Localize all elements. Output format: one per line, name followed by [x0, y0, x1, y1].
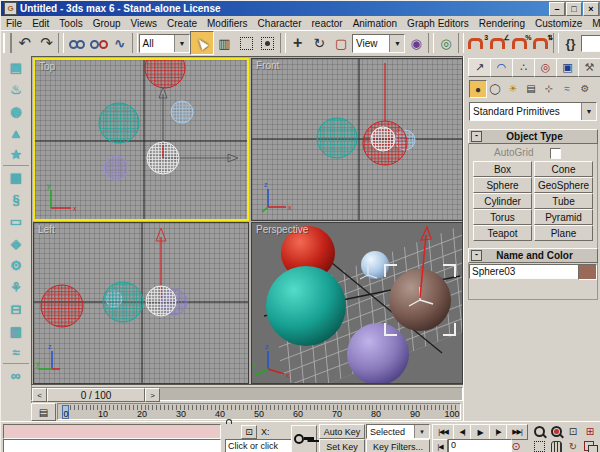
- menu-reactor[interactable]: reactor: [307, 17, 348, 30]
- object-type-box-button[interactable]: Box: [473, 161, 532, 177]
- plant-object-icon[interactable]: ⚘: [3, 276, 29, 298]
- min-max-toggle-icon[interactable]: [582, 439, 598, 452]
- menu-views[interactable]: Views: [126, 17, 163, 30]
- select-and-scale-icon[interactable]: ▢: [330, 32, 352, 54]
- dropdown-arrow-icon[interactable]: ▼: [174, 35, 189, 52]
- box-object-icon[interactable]: ▣: [3, 56, 29, 78]
- category-spacewarps-icon[interactable]: ≈: [559, 80, 575, 96]
- gear-object-icon[interactable]: ⚙: [3, 254, 29, 276]
- tab-hierarchy[interactable]: ∴: [512, 58, 535, 77]
- menu-character[interactable]: Character: [253, 17, 307, 30]
- time-slider-handle[interactable]: 0 / 100: [47, 388, 145, 402]
- object-type-cone-button[interactable]: Cone: [534, 161, 593, 177]
- collapse-icon[interactable]: -: [471, 250, 482, 261]
- menu-modifiers[interactable]: Modifiers: [202, 17, 253, 30]
- object-type-sphere-button[interactable]: Sphere: [473, 177, 532, 193]
- prism-object-icon[interactable]: ◈: [3, 232, 29, 254]
- dropdown-arrow-icon[interactable]: ▼: [389, 35, 404, 52]
- object-type-torus-button[interactable]: Torus: [473, 209, 532, 225]
- category-lights-icon[interactable]: ☀: [505, 80, 521, 96]
- time-slider-next-icon[interactable]: >: [145, 388, 160, 402]
- sphere-teal-shaded[interactable]: [266, 266, 346, 346]
- time-configuration-icon[interactable]: ⊙: [508, 439, 524, 452]
- current-frame-field[interactable]: 0: [448, 439, 512, 452]
- snap-toggle-3d-icon[interactable]: 3: [465, 32, 487, 54]
- viewport-top-label[interactable]: Top: [39, 61, 55, 72]
- rectangular-selection-region-icon[interactable]: [235, 32, 257, 54]
- spring-object-icon[interactable]: §: [3, 188, 29, 210]
- toolbar-grip[interactable]: [3, 33, 12, 53]
- sphere-teal-left[interactable]: [103, 282, 143, 322]
- dropdown-arrow-icon[interactable]: ▼: [581, 103, 596, 120]
- zoom-icon[interactable]: [531, 424, 547, 439]
- stairs-object-icon[interactable]: ▦: [3, 320, 29, 342]
- menu-tools[interactable]: Tools: [54, 17, 87, 30]
- primitives-dropdown[interactable]: Standard Primitives ▼: [469, 102, 597, 121]
- waves-object-icon[interactable]: ≈: [3, 342, 29, 364]
- status-line-field[interactable]: [3, 439, 221, 452]
- viewport-left-label[interactable]: Left: [38, 224, 55, 235]
- object-type-geosphere-button[interactable]: GeoSphere: [534, 177, 593, 193]
- viewport-left-canvas[interactable]: z y: [34, 223, 248, 383]
- object-type-rollout-header[interactable]: - Object Type: [468, 129, 598, 144]
- viewport-perspective-label[interactable]: Perspective: [256, 224, 308, 235]
- collapse-icon[interactable]: -: [471, 131, 482, 142]
- category-helpers-icon[interactable]: ⊹: [541, 80, 557, 96]
- menu-edit[interactable]: Edit: [27, 17, 54, 30]
- sphere-teal-front[interactable]: [317, 118, 357, 158]
- tab-modify[interactable]: ◠: [490, 58, 513, 77]
- sphere-blue-top[interactable]: [171, 101, 193, 123]
- key-filters-button[interactable]: Key Filters...: [366, 439, 430, 452]
- sphere-purple-shaded[interactable]: [347, 323, 409, 383]
- menu-customize[interactable]: Customize: [530, 17, 587, 30]
- maxscript-mini-listener[interactable]: [3, 424, 221, 439]
- set-key-button[interactable]: Set Key: [319, 439, 365, 452]
- checker-object-icon[interactable]: ▩: [3, 166, 29, 188]
- named-selection-sets-icon[interactable]: {}: [560, 32, 582, 54]
- selection-set-dropdown[interactable]: Selected ▼: [366, 424, 430, 439]
- tab-create[interactable]: ↗: [468, 58, 491, 77]
- cone-object-icon[interactable]: ▲: [3, 122, 29, 144]
- viewport-left[interactable]: Left z y: [33, 222, 249, 384]
- star-object-icon[interactable]: ★: [3, 144, 29, 166]
- minimize-button[interactable]: –: [549, 2, 565, 16]
- window-crossing-toggle-icon[interactable]: [257, 32, 279, 54]
- menu-file[interactable]: File: [1, 17, 27, 30]
- select-object-button[interactable]: [190, 31, 214, 55]
- dropdown-arrow-icon[interactable]: ▼: [414, 425, 429, 438]
- select-and-manipulate-icon[interactable]: ◎: [435, 32, 457, 54]
- sphere-selected-left[interactable]: [146, 286, 176, 316]
- select-and-rotate-icon[interactable]: ↻: [309, 32, 331, 54]
- object-type-tube-button[interactable]: Tube: [534, 193, 593, 209]
- menu-graph-editors[interactable]: Graph Editors: [402, 17, 474, 30]
- autogrid-checkbox[interactable]: [550, 148, 561, 159]
- sphere-purple-top[interactable]: [104, 156, 128, 180]
- menu-animation[interactable]: Animation: [348, 17, 402, 30]
- time-slider-prev-icon[interactable]: <: [32, 388, 47, 402]
- knot-object-icon[interactable]: ∞: [3, 364, 29, 386]
- reference-coordinate-dropdown[interactable]: View ▼: [352, 34, 405, 53]
- object-name-field[interactable]: Sphere03: [469, 264, 579, 279]
- set-keys-button[interactable]: [291, 425, 317, 452]
- viewport-perspective-canvas[interactable]: z x y: [252, 223, 462, 383]
- pan-hand-icon[interactable]: [548, 439, 564, 452]
- use-pivot-center-icon[interactable]: ◉: [405, 32, 427, 54]
- absolute-mode-icon[interactable]: ⊡: [241, 425, 257, 439]
- car-object-icon[interactable]: ⊟: [3, 298, 29, 320]
- category-cameras-icon[interactable]: ▤: [523, 80, 539, 96]
- menu-rendering[interactable]: Rendering: [474, 17, 530, 30]
- sphere-teal-top[interactable]: [99, 103, 139, 143]
- unlink-selection-icon[interactable]: [87, 32, 109, 54]
- zoom-extents-icon[interactable]: ⊡: [565, 424, 581, 439]
- category-systems-icon[interactable]: ⚙: [577, 80, 593, 96]
- menu-maxscript[interactable]: MAXScript: [587, 17, 600, 30]
- select-and-link-icon[interactable]: [65, 32, 87, 54]
- object-color-swatch[interactable]: [578, 264, 597, 280]
- teapot-object-icon[interactable]: ♨: [3, 78, 29, 100]
- play-animation-icon[interactable]: ▶: [470, 424, 490, 440]
- mini-curve-editor-icon[interactable]: ▤: [31, 403, 56, 421]
- close-button[interactable]: ×: [583, 2, 599, 16]
- named-selection-field[interactable]: [581, 35, 600, 52]
- capsule-object-icon[interactable]: ▭: [3, 210, 29, 232]
- tab-utilities[interactable]: ⚒: [578, 58, 600, 77]
